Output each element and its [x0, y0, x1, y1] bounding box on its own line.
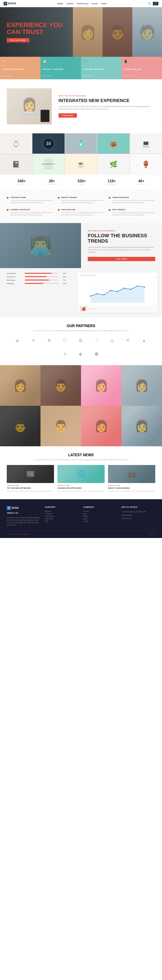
- news-title: LATEST NEWS: [7, 453, 155, 457]
- footer-touch-phone: +800 1234 567: [122, 517, 155, 520]
- card-digital[interactable]: 📱 DIGITAL ANALYSIS READ MORE: [122, 57, 162, 79]
- skill-marketing: Marketing 55%: [7, 283, 66, 284]
- product-laptop: 💻: [130, 134, 162, 154]
- product-watch: 10: [32, 134, 64, 154]
- footer-support-link-4[interactable]: FAQ: [45, 520, 79, 522]
- footer-support-link-1[interactable]: Contact Us: [45, 513, 79, 515]
- nav-shop[interactable]: SHOP: [101, 3, 107, 5]
- card-creative[interactable]: ✏ CREATIVE SOLUTIONS READ MORE: [0, 57, 40, 79]
- footer-touch: GET IN TOUCH 123 A Manhattan Ave, New Yo…: [122, 506, 155, 526]
- chart-box: Business Performance: [78, 273, 157, 313]
- social-instagram-icon[interactable]: in: [154, 533, 155, 536]
- service-identity-body: Lorem ipsum dolor sit amet, elit adipisc…: [62, 199, 105, 204]
- card-digital-icon: 📱: [124, 59, 160, 63]
- nav-blog[interactable]: BLOG: [92, 3, 98, 5]
- svg-marker-4: [91, 286, 145, 303]
- footer-support-link-2[interactable]: Privacy Policy: [45, 515, 79, 517]
- nav-portfolio[interactable]: PORTFOLIO: [77, 3, 89, 5]
- skill-development: Development 80%: [7, 273, 66, 274]
- product-extra: 🏺: [130, 154, 162, 174]
- service-strategy-title: STRATEGY WORK: [10, 196, 53, 199]
- footer-company-title: COMPANY: [83, 506, 117, 508]
- service-data: DATA ANALYSIS Lorem ipsum dolor sit amet…: [58, 208, 105, 216]
- service-identity-dot: [58, 197, 60, 199]
- news-card-3[interactable]: 💼 JANUARY 13, 2020 BOOST YOUR BUSINESS L…: [108, 465, 155, 493]
- skill-mkt-bar: [25, 283, 59, 284]
- product-tag: NATUREORGANIC: [32, 154, 64, 174]
- skill-webdesign: Web Design 72%: [7, 279, 66, 281]
- footer-support-title: SUPPORT: [45, 506, 79, 508]
- card-creative-read[interactable]: READ MORE: [2, 75, 38, 76]
- chart-section: Business Performance: [73, 268, 162, 317]
- stat-clients-label: CLIENTS: [78, 184, 86, 185]
- footer-support-link-3[interactable]: Testimonials: [45, 518, 79, 520]
- news-card-title-2: CHANGE HOW APPS WORK: [57, 487, 105, 489]
- footer-company-link-3[interactable]: Shop: [83, 518, 117, 520]
- integrated-section: 👩‍💼 WHAT WE DO FOR BUSINESS INTEGRATED N…: [0, 79, 162, 134]
- news-body-2: Lorem ipsum dolor sit amet elit adipisci…: [57, 490, 105, 493]
- skill-web-bar: [25, 280, 59, 280]
- search-icon[interactable]: 🔍: [148, 2, 151, 5]
- chart-area: [78, 278, 157, 305]
- social-twitter-icon[interactable]: t: [151, 533, 152, 536]
- partner-6: ⚡: [91, 336, 102, 345]
- footer-company-link-2[interactable]: Portfolio: [83, 515, 117, 517]
- hero-content: EXPERIENCE YOU CAN TRUST FIND OUT MORE: [7, 22, 62, 43]
- footer-logo-text: BUSIA: [12, 507, 19, 509]
- integrated-text: WHAT WE DO FOR BUSINESS INTEGRATED NEW E…: [59, 95, 155, 118]
- hero-section: 👩 👨 🧑 EXPERIENCE YOU CAN TRUST FIND OUT …: [0, 7, 162, 57]
- stat-countries-num: 28+: [47, 179, 57, 183]
- card-explore-icon: 🔭: [83, 59, 119, 63]
- card-project-read[interactable]: READ MORE: [43, 75, 79, 76]
- news-card-1[interactable]: 📰 JANUARY 13, 2020 TRY THE NEW APP MAKIN…: [7, 465, 54, 493]
- svg-point-8: [110, 290, 111, 291]
- skill-dev-fill: [25, 273, 52, 274]
- footer-bottom: Copyright © 2020 All Rights Reserved f t…: [7, 531, 155, 536]
- news-card-2[interactable]: 🌐 JANUARY 13, 2020 CHANGE HOW APPS WORK …: [57, 465, 105, 493]
- chart-header: Business Performance: [78, 273, 157, 278]
- footer-logo-icon: B: [7, 506, 11, 510]
- card-digital-read[interactable]: READ MORE: [124, 75, 160, 76]
- partner-9: ▲: [138, 336, 149, 345]
- news-img-3: 💼: [108, 465, 155, 483]
- skill-engineering: Engineering 65%: [7, 276, 66, 278]
- social-facebook-icon[interactable]: f: [149, 533, 149, 536]
- nav-home[interactable]: HOME: [57, 3, 63, 5]
- partner-11: ◆: [75, 349, 87, 358]
- partner-4: ⬡: [60, 336, 71, 345]
- team-member-1: 👩: [0, 365, 40, 406]
- partner-2: ✦: [28, 336, 40, 345]
- cart-button[interactable]: 🛒: [153, 2, 159, 5]
- site-logo[interactable]: B BUSIA: [3, 2, 16, 5]
- card-explore[interactable]: 🔭 EXPLORE CREATIVITY READ MORE: [81, 57, 122, 79]
- integrated-cta-button[interactable]: VIEW MORE: [59, 113, 77, 118]
- skill-eng-bar: [25, 276, 59, 277]
- product-bottle: 🧴: [65, 134, 97, 154]
- card-project[interactable]: 📋 PROJECT OVERVIEW READ MORE: [40, 57, 81, 79]
- skill-eng-fill: [25, 276, 47, 277]
- service-module-body: Lorem ipsum dolor sit amet, elit adipisc…: [112, 212, 155, 216]
- partner-3: ❋: [44, 336, 55, 345]
- footer-company-link-1[interactable]: Blog: [83, 513, 117, 515]
- svg-point-11: [130, 289, 132, 290]
- partner-5: ✿: [75, 336, 87, 345]
- footer-company-link-4[interactable]: Contact: [83, 520, 117, 522]
- card-explore-read[interactable]: READ MORE: [83, 75, 119, 76]
- card-creative-icon: ✏: [2, 59, 38, 63]
- follow-cta-button[interactable]: VIEW MORE: [88, 257, 155, 261]
- hero-cta-button[interactable]: FIND OUT MORE: [7, 38, 30, 42]
- footer-company-link-0[interactable]: Services: [83, 511, 117, 512]
- news-card-title-3: BOOST YOUR BUSINESS: [108, 487, 155, 489]
- product-grid: 💍 10 🧴 👜 💻 📓 NATUREORGANIC ☕ 🌿 🏺: [0, 134, 162, 174]
- nav-actions: 🔍 🛒: [148, 2, 159, 5]
- follow-title: FOLLOW THE BUSINESS TRENDS: [88, 233, 155, 244]
- integrated-title: INTEGRATED NEW EXPERIENCE: [59, 98, 155, 103]
- footer: B BUSIA ABOUT US Lorem ipsum dolor sit a…: [0, 499, 162, 538]
- team-member-6: 👨: [40, 406, 81, 446]
- footer-support-link-0[interactable]: About Us: [45, 511, 79, 512]
- services-section: STRATEGY WORK Lorem ipsum dolor sit amet…: [0, 190, 162, 223]
- services-grid: STRATEGY WORK Lorem ipsum dolor sit amet…: [7, 196, 155, 216]
- nav-pages[interactable]: PAGES: [67, 3, 73, 5]
- hero-title: EXPERIENCE YOU CAN TRUST: [7, 22, 62, 36]
- logo-icon: B: [3, 2, 7, 5]
